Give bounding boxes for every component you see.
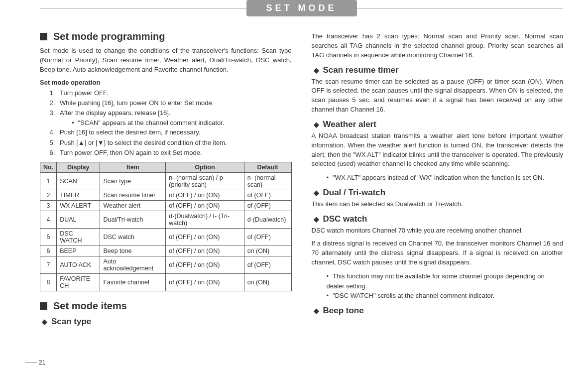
table-row: 4 DUAL Dual/Tri-watch d-(Dualwatch) / t-… [40, 211, 292, 228]
dual-body: This item can be selected as Dualwatch o… [312, 200, 564, 209]
diamond-bullet-icon: ◆ [314, 189, 319, 197]
step-1: Turn power OFF. [57, 88, 292, 98]
step-2: While pushing [16], turn power ON to ent… [57, 98, 292, 108]
cell-item: Beep tone [100, 246, 166, 256]
diamond-bullet-icon: ◆ [314, 307, 319, 315]
step-5: Push [▲] or [▼] to select the desired co… [57, 138, 292, 148]
th-display: Display [57, 162, 100, 172]
resume-body: The scan resume timer can be selected as… [312, 77, 564, 115]
table-row: 3 WX ALERT Weather alert of (OFF) / on (… [40, 200, 292, 211]
diamond-bullet-icon: ◆ [42, 318, 47, 326]
subheading-text: Dual / Tri-watch [323, 188, 386, 198]
wx-bullets: "WX ALT" appears instead of "WX" indicat… [327, 173, 564, 183]
left-column: Set mode programming Set mode is used to… [40, 26, 292, 329]
step-3-text: After the display appears, release [16]. [60, 109, 171, 117]
cell-display: WX ALERT [57, 200, 100, 211]
cell-no: 3 [40, 200, 57, 211]
dsc-body-2: If a distress signal is received on Chan… [312, 239, 564, 267]
table-row: 7 AUTO ACK Auto acknowledgement of (OFF)… [40, 256, 292, 273]
cell-default: of (OFF) [244, 228, 291, 246]
subheading-scan-type: ◆ Scan type [42, 317, 292, 327]
table-header-row: No. Display Item Option Default [40, 162, 292, 172]
cell-no: 1 [40, 172, 57, 190]
cell-display: FAVORITE CH [57, 273, 100, 291]
th-option: Option [166, 162, 244, 172]
cell-default: of (OFF) [244, 190, 291, 200]
operation-steps: Turn power OFF. While pushing [16], turn… [57, 88, 292, 158]
scan-type-body: The transceiver has 2 scan types: Normal… [312, 32, 564, 60]
cell-display: AUTO ACK [57, 256, 100, 273]
cell-default: on (ON) [244, 273, 291, 291]
cell-option: of (OFF) / on (ON) [166, 246, 244, 256]
cell-option: d-(Dualwatch) / t- (Tri-watch) [166, 211, 244, 228]
square-bullet-icon [40, 302, 47, 310]
heading-set-mode-programming: Set mode programming [40, 31, 292, 42]
subheading-text: Scan type [51, 317, 91, 327]
th-no: No. [40, 162, 57, 172]
cell-no: 7 [40, 256, 57, 273]
page-header: SET MODE [40, 0, 563, 17]
cell-item: Weather alert [100, 200, 166, 211]
cell-item: Scan resume timer [100, 190, 166, 200]
dsc-bullet-1: This function may not be available for s… [327, 271, 564, 291]
diamond-bullet-icon: ◆ [314, 66, 319, 74]
cell-no: 2 [40, 190, 57, 200]
cell-display: SCAN [57, 172, 100, 190]
cell-option: of (OFF) / on (ON) [166, 190, 244, 200]
cell-default: of (OFF) [244, 256, 291, 273]
cell-default: n- (normal scan) [244, 172, 291, 190]
table-row: 5 DSC WATCH DSC watch of (OFF) / on (ON)… [40, 228, 292, 246]
step-3-sub: "SCAN" appears at the channel comment in… [69, 118, 292, 128]
diamond-bullet-icon: ◆ [314, 215, 319, 223]
subheading-dual-tri: ◆ Dual / Tri-watch [314, 188, 564, 198]
cell-option: of (OFF) / on (ON) [166, 228, 244, 246]
step-3: After the display appears, release [16].… [57, 108, 292, 128]
heading-text: Set mode programming [53, 31, 165, 42]
th-default: Default [244, 162, 291, 172]
table-row: 6 BEEP Beep tone of (OFF) / on (ON) on (… [40, 246, 292, 256]
step-3-sublist: "SCAN" appears at the channel comment in… [69, 118, 292, 128]
cell-option: n- (normal scan) / p- (priority scan) [166, 172, 244, 190]
dsc-bullet-2: "DSC WATCH" scrolls at the channel comme… [327, 291, 564, 301]
subheading-text: Weather alert [323, 120, 376, 129]
cell-option: of (OFF) / on (ON) [166, 273, 244, 291]
cell-display: DUAL [57, 211, 100, 228]
cell-option: of (OFF) / on (ON) [166, 256, 244, 273]
subheading-text: Beep tone [323, 306, 364, 316]
page-number: 21 [25, 359, 45, 366]
diamond-bullet-icon: ◆ [314, 121, 319, 128]
table-row: 8 FAVORITE CH Favorite channel of (OFF) … [40, 273, 292, 291]
cell-default: on (ON) [244, 246, 291, 256]
step-4: Push [16] to select the desired item, if… [57, 127, 292, 137]
cell-item: Scan type [100, 172, 166, 190]
cell-no: 6 [40, 246, 57, 256]
subheading-text: Scan resume timer [323, 65, 399, 75]
subheading-dsc-watch: ◆ DSC watch [314, 214, 564, 224]
subheading-weather-alert: ◆ Weather alert [314, 120, 564, 129]
cell-default: of (OFF) [244, 200, 291, 211]
table-row: 2 TIMER Scan resume timer of (OFF) / on … [40, 190, 292, 200]
cell-default: d-(Dualwatch) [244, 211, 291, 228]
set-mode-table: No. Display Item Option Default 1 SCAN S… [40, 162, 292, 291]
cell-display: BEEP [57, 246, 100, 256]
cell-no: 8 [40, 273, 57, 291]
step-6: Turn power OFF, then ON again to exit Se… [57, 148, 292, 158]
heading-text: Set mode items [53, 300, 127, 312]
content-columns: Set mode programming Set mode is used to… [40, 26, 563, 329]
right-column: The transceiver has 2 scan types: Normal… [312, 26, 564, 329]
wx-body: A NOAA broadcast station transmits a wea… [312, 131, 564, 169]
header-title: SET MODE [246, 0, 356, 16]
th-item: Item [100, 162, 166, 172]
cell-item: Dual/Tri-watch [100, 211, 166, 228]
cell-display: DSC WATCH [57, 228, 100, 246]
intro-paragraph: Set mode is used to change the condition… [40, 46, 292, 75]
heading-set-mode-items: Set mode items [40, 300, 292, 312]
cell-display: TIMER [57, 190, 100, 200]
dsc-body-1: DSC watch monitors Channel 70 while you … [312, 226, 564, 236]
subheading-beep-tone: ◆ Beep tone [314, 306, 564, 316]
operation-title: Set mode operation [40, 79, 292, 86]
cell-no: 5 [40, 228, 57, 246]
dsc-bullets: This function may not be available for s… [327, 271, 564, 301]
cell-item: Favorite channel [100, 273, 166, 291]
subheading-scan-resume: ◆ Scan resume timer [314, 65, 564, 75]
